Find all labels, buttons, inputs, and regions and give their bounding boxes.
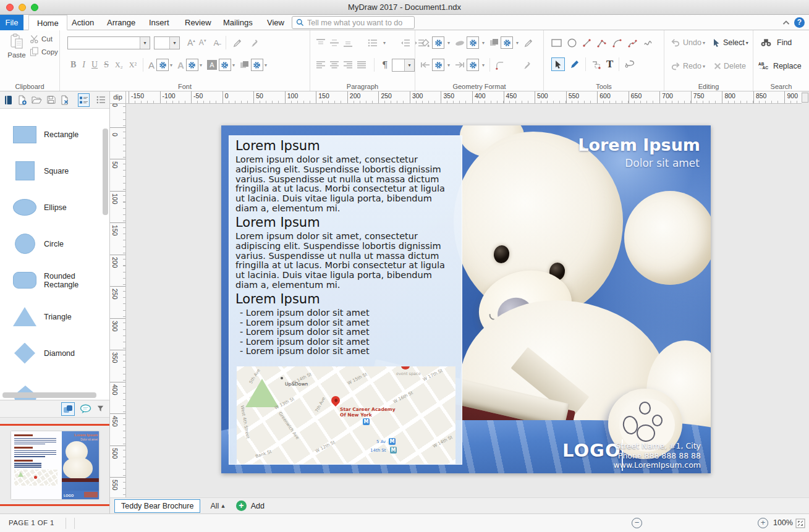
ellipse-tool[interactable]	[567, 38, 577, 48]
section1-heading[interactable]: Lorem Ipsum	[235, 138, 320, 153]
pen-tool[interactable]	[570, 59, 580, 69]
superscript-button[interactable]: X²	[129, 61, 137, 70]
underline-button[interactable]: U	[91, 60, 98, 70]
bullet-list-button[interactable]	[368, 39, 378, 47]
save-library-button[interactable]	[46, 95, 56, 104]
shape-list-hscrollbar[interactable]	[2, 392, 96, 398]
pointer-tool[interactable]	[551, 57, 565, 71]
shadow-gear-button[interactable]	[467, 36, 479, 49]
page-tab-teddy-bear-brochure[interactable]: Teddy Bear Brochure	[114, 499, 200, 513]
section3-heading[interactable]: Lorem Ipsum	[235, 292, 320, 306]
align-left-button[interactable]	[316, 61, 326, 69]
begin-arrowhead-gear-button[interactable]	[432, 59, 444, 71]
cover-subtitle[interactable]: Dolor sit amet	[625, 157, 700, 169]
shrink-font-button[interactable]: A▾	[199, 38, 206, 47]
tab-review[interactable]: Review	[177, 15, 219, 30]
polyline-tool[interactable]	[597, 38, 607, 48]
open-library-button[interactable]	[32, 95, 42, 104]
paragraph-mark-button[interactable]: ¶	[382, 59, 388, 70]
text-style-gear-button[interactable]	[251, 59, 263, 71]
font-size-combo[interactable]: ▾	[154, 36, 180, 49]
align-right-button[interactable]	[344, 61, 353, 69]
cut-button[interactable]: Cut	[30, 35, 58, 43]
section1-body[interactable]: Lorem ipsum dolor sit amet, consectetur …	[235, 155, 454, 214]
format-eyedropper-button[interactable]	[233, 38, 242, 48]
shape-item-square[interactable]: Square	[0, 153, 99, 189]
valign-middle-button[interactable]	[330, 39, 339, 47]
shape-item-triangle[interactable]: Triangle	[0, 298, 99, 335]
page-filter-dropdown[interactable]: All▲	[210, 502, 224, 510]
add-page-label[interactable]: Add	[251, 502, 265, 510]
align-justify-button[interactable]	[357, 61, 366, 69]
list-view-button[interactable]	[96, 96, 106, 104]
shape-item-circle[interactable]: Circle	[0, 226, 99, 262]
clear-formatting-button[interactable]: A̶	[213, 38, 219, 48]
geometry-brush-button[interactable]	[522, 61, 532, 70]
rectangle-tool[interactable]	[551, 39, 562, 47]
text-outline-gear-button[interactable]	[186, 59, 198, 71]
comments-tab-button[interactable]	[80, 404, 91, 414]
search-input[interactable]	[307, 19, 410, 27]
valign-bottom-button[interactable]	[344, 39, 353, 47]
logo-text[interactable]: LOGO	[562, 440, 621, 461]
end-arrowhead-gear-button[interactable]	[467, 59, 479, 71]
brochure-page[interactable]: Lorem Ipsum Dolor sit amet LOGO Street N…	[221, 125, 711, 473]
tell-me-search[interactable]	[292, 16, 415, 29]
help-button[interactable]: ?	[794, 17, 805, 28]
corner-rounding-button[interactable]	[495, 61, 504, 70]
tab-arrange[interactable]: Arrange	[99, 15, 143, 30]
replace-button[interactable]: AB →AC Replace	[758, 62, 802, 70]
fit-page-button[interactable]	[795, 518, 805, 528]
tab-home[interactable]: Home	[28, 15, 67, 30]
bold-button[interactable]: B	[70, 60, 76, 70]
shape-item-ellipse[interactable]: Ellipse	[0, 189, 99, 226]
redo-button[interactable]: Redo▾	[671, 62, 705, 70]
valign-top-button[interactable]	[316, 39, 326, 47]
page-thumbnail[interactable]: Lorem Ipsum Dolor sit amet LOGO	[11, 431, 99, 499]
format-brush-button[interactable]	[250, 38, 259, 48]
close-library-button[interactable]	[60, 95, 70, 105]
decrease-indent-button[interactable]	[400, 39, 410, 47]
text-highlight-gear-button[interactable]	[219, 59, 231, 71]
drawing-canvas[interactable]: Lorem Ipsum Dolor sit amet LOGO Street N…	[126, 104, 809, 497]
text-tool[interactable]: T	[606, 58, 613, 70]
subscript-button[interactable]: X₂	[115, 61, 123, 70]
collapse-ribbon-icon[interactable]	[782, 20, 790, 25]
location-map[interactable]: Up&Down 5th Ave W 14th St W 13th St 7th …	[237, 366, 455, 464]
section2-heading[interactable]: Lorem Ipsum	[235, 215, 320, 230]
tab-insert[interactable]: Insert	[141, 15, 177, 30]
contact-block[interactable]: Street Name, #1, City Phone 888 888 88 8…	[613, 441, 701, 470]
font-color-gear-button[interactable]	[156, 59, 169, 71]
horizontal-ruler[interactable]: -150 -100 -50 0 50 100 150 200 250 300 3…	[126, 91, 802, 104]
new-library-button[interactable]	[17, 95, 27, 105]
filter-icon[interactable]	[96, 405, 104, 413]
align-center-button[interactable]	[330, 61, 339, 69]
strikethrough-button[interactable]: S	[104, 60, 109, 70]
freehand-tool[interactable]	[643, 39, 653, 47]
library-icon[interactable]	[4, 95, 13, 105]
ruler-options-button[interactable]	[802, 93, 808, 103]
arc-tool[interactable]	[612, 38, 622, 48]
line-spacing-combo[interactable]: ▾	[392, 59, 415, 72]
tab-action[interactable]: Action	[64, 15, 102, 30]
grow-font-button[interactable]: A▴	[187, 38, 195, 48]
fill-gear-button[interactable]	[432, 36, 444, 49]
shape-list-vscrollbar[interactable]	[103, 129, 108, 215]
lasso-tool[interactable]	[625, 60, 635, 69]
find-button[interactable]: Find	[761, 38, 792, 47]
geometry-eyedropper-button[interactable]	[524, 38, 533, 48]
font-family-combo[interactable]: ▾	[67, 36, 150, 49]
text-overlay-panel[interactable]: Lorem Ipsum Lorem ipsum dolor sit amet, …	[229, 135, 462, 465]
zoom-in-button[interactable]: +	[758, 518, 768, 528]
node-edit-tool[interactable]	[591, 60, 601, 69]
select-button[interactable]: Select▾	[713, 38, 748, 47]
zoom-out-button[interactable]: −	[632, 518, 642, 528]
vertical-ruler[interactable]: -50 0 50 100 150 200 250 300 350 400 450…	[110, 104, 126, 497]
section2-body[interactable]: Lorem ipsum dolor sit amet, consectetur …	[235, 232, 454, 290]
cover-title[interactable]: Lorem Ipsum	[578, 135, 700, 154]
line-tool[interactable]	[582, 38, 591, 48]
geometry-style-gear-button[interactable]	[501, 36, 513, 49]
shape-item-rounded-rectangle[interactable]: Rounded Rectangle	[0, 262, 99, 298]
shape-item-diamond[interactable]: Diamond	[0, 335, 99, 371]
shapes-tab-button[interactable]	[61, 402, 75, 416]
